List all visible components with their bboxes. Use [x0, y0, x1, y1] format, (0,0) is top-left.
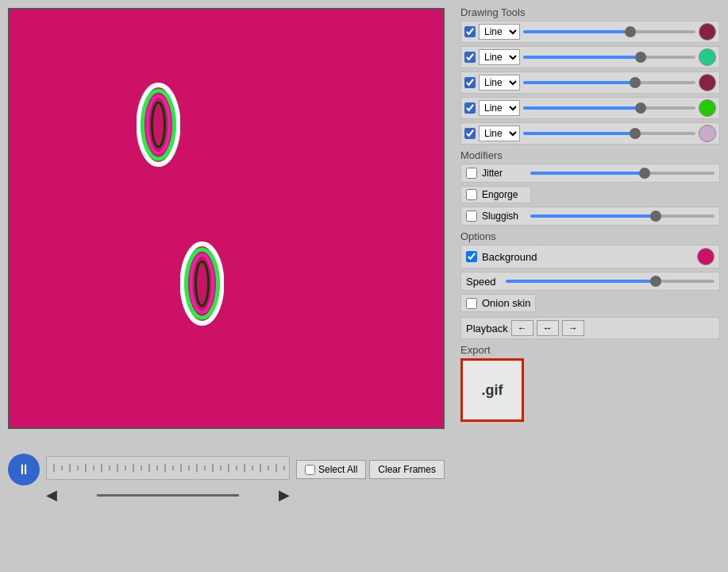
sluggish-slider-thumb[interactable] [650, 211, 661, 222]
tool-5-slider-track [523, 132, 695, 135]
timeline-back-arrow[interactable]: ◀ [46, 486, 57, 504]
modifier-sluggish-row: Sluggish [460, 207, 720, 226]
shape-bottom [180, 240, 224, 327]
tool-5-slider-fill [523, 132, 635, 135]
export-section: Export .gif [460, 344, 720, 422]
tool-4-checkbox[interactable] [464, 102, 476, 114]
tool-2-checkbox[interactable] [464, 52, 476, 63]
playback-back-button[interactable]: ← [511, 320, 533, 336]
clear-frames-label: Clear Frames [378, 464, 436, 475]
jitter-label: Jitter [482, 168, 526, 179]
tool-1-slider-container[interactable] [523, 25, 695, 38]
controls-bar: ⏸ · · · · · · · · · · · · · · · · · · · … [8, 435, 445, 504]
tool-2-select[interactable]: Line [479, 49, 520, 65]
tool-2-slider-thumb[interactable] [635, 52, 646, 63]
tool-5-select[interactable]: Line [479, 126, 520, 141]
jitter-checkbox[interactable] [466, 168, 477, 179]
engorge-label: Engorge [482, 189, 526, 200]
tool-1-slider-fill [523, 30, 630, 33]
export-gif-button[interactable]: .gif [460, 358, 524, 422]
tool-3-slider-thumb[interactable] [630, 77, 641, 88]
jitter-slider-thumb[interactable] [639, 168, 650, 179]
tool-5-color[interactable] [699, 125, 716, 142]
options-section-wrapper: Options Background Speed [460, 230, 720, 312]
right-panel: Drawing Tools Line [453, 0, 728, 572]
canvas[interactable] [8, 8, 445, 429]
background-color-picker[interactable] [697, 248, 715, 265]
tool-4-slider-thumb[interactable] [635, 102, 646, 114]
tool-1-checkbox[interactable] [464, 26, 476, 37]
tool-2-color[interactable] [699, 48, 716, 66]
modifier-jitter-row: Jitter [460, 164, 720, 183]
frame-controls: Select All Clear Frames [296, 460, 445, 479]
dot: · · · · · · · · · · · · · · · · · · · · … [46, 435, 290, 453]
tool-5-slider-container[interactable] [523, 127, 695, 140]
jitter-slider-track [530, 172, 715, 175]
playback-swap-button[interactable]: ↔ [537, 320, 559, 336]
svg-point-2 [148, 96, 170, 153]
select-all-button[interactable]: Select All [296, 460, 366, 479]
background-row: Background [460, 245, 720, 269]
tool-2-slider-track [523, 56, 695, 59]
playback-row: Playback ← ↔ → [460, 317, 720, 339]
tool-row-2: Line [460, 46, 720, 68]
onion-skin-checkbox[interactable] [466, 298, 477, 309]
sluggish-slider-container[interactable] [530, 210, 715, 222]
tool-1-slider-thumb[interactable] [625, 26, 636, 37]
tool-row-4: Line [460, 97, 720, 119]
tool-row-1: Line [460, 21, 720, 43]
tool-1-select[interactable]: Line [479, 24, 520, 40]
tool-3-checkbox[interactable] [464, 77, 476, 88]
sluggish-label: Sluggish [482, 211, 526, 222]
options-title: Options [460, 230, 720, 242]
background-checkbox[interactable] [466, 251, 477, 262]
jitter-slider-fill [530, 172, 645, 175]
svg-point-6 [191, 255, 214, 312]
tool-3-select[interactable]: Line [479, 75, 520, 91]
drawing-tools-title: Drawing Tools [460, 6, 720, 18]
speed-slider-track [506, 280, 715, 283]
speed-slider-thumb[interactable] [650, 276, 661, 287]
tool-2-slider-fill [523, 56, 641, 59]
tool-3-slider-container[interactable] [523, 76, 695, 89]
speed-label: Speed [466, 276, 496, 288]
tool-4-slider-fill [523, 106, 641, 110]
svg-point-7 [196, 261, 209, 306]
play-pause-button[interactable]: ⏸ [8, 454, 40, 485]
tool-4-slider-container[interactable] [523, 102, 695, 114]
tool-3-slider-track [523, 81, 695, 84]
sluggish-checkbox[interactable] [466, 211, 477, 222]
playback-label: Playback [466, 323, 508, 334]
modifiers-list: Jitter Engorge Sluggish [460, 164, 720, 226]
onion-skin-row: Onion skin [460, 294, 536, 312]
tool-1-color[interactable] [699, 23, 716, 41]
tool-4-select[interactable]: Line [479, 100, 520, 116]
timeline-fwd-arrow[interactable]: ▶ [279, 486, 290, 504]
engorge-checkbox[interactable] [466, 189, 477, 200]
tool-2-slider-container[interactable] [523, 51, 695, 64]
speed-slider-container[interactable] [506, 275, 715, 288]
onion-skin-label: Onion skin [482, 297, 530, 309]
export-title: Export [460, 344, 720, 356]
tool-4-color[interactable] [699, 99, 716, 117]
tool-5-checkbox[interactable] [464, 128, 476, 139]
tool-5-slider-thumb[interactable] [630, 128, 641, 139]
tool-3-slider-fill [523, 81, 635, 84]
clear-frames-button[interactable]: Clear Frames [369, 460, 445, 479]
modifier-engorge-row: Engorge [460, 186, 531, 203]
svg-point-3 [152, 102, 165, 147]
select-all-checkbox[interactable] [305, 465, 315, 475]
drawing-tools-list: Line Line [460, 21, 720, 145]
timeline-track[interactable] [46, 456, 290, 480]
ticks-svg [50, 456, 286, 480]
tool-3-color[interactable] [699, 74, 716, 91]
playback-fwd-button[interactable]: → [562, 320, 584, 336]
modifiers-section: Modifiers Jitter Engorge [460, 149, 720, 226]
speed-row: Speed [460, 272, 720, 291]
pause-icon: ⏸ [17, 462, 31, 478]
jitter-slider-container[interactable] [530, 167, 715, 180]
tool-1-slider-track [523, 30, 695, 33]
modifiers-title: Modifiers [460, 149, 720, 161]
dots-line-top: · · · · · · · · · · · · · · · · · · · · … [46, 435, 290, 453]
tool-4-slider-track [523, 106, 695, 110]
